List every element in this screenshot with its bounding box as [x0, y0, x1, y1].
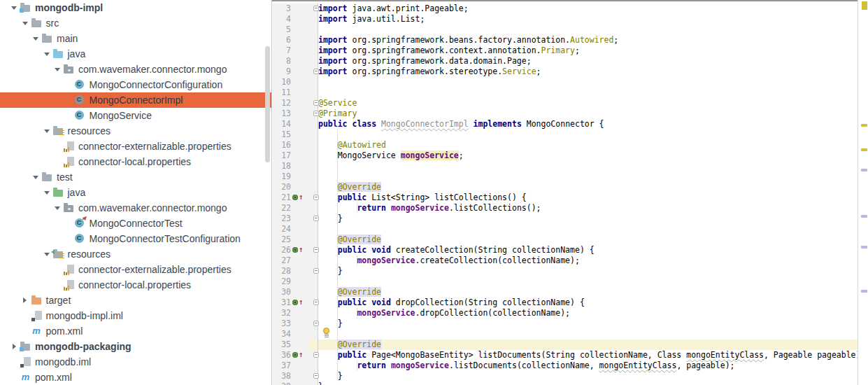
- tree-item-mongodb-impl[interactable]: mongodb-impl: [0, 0, 271, 15]
- fold-end-icon[interactable]: [313, 69, 319, 74]
- tree-item-mongoconnectortest[interactable]: CMongoConnectorTest: [0, 216, 271, 231]
- code-line-12[interactable]: 12@Service: [273, 98, 858, 108]
- gutter[interactable]: 36: [273, 350, 318, 360]
- implementing-method-icon[interactable]: [292, 351, 304, 359]
- error-stripe[interactable]: [858, 0, 868, 385]
- gutter[interactable]: 14: [273, 119, 318, 130]
- chevron-expanded-icon[interactable]: [8, 6, 20, 10]
- gutter[interactable]: 10: [273, 77, 318, 88]
- code-line-19[interactable]: 19: [273, 172, 858, 182]
- tree-item-mongoconnectortestconfiguration[interactable]: CMongoConnectorTestConfiguration: [0, 231, 271, 246]
- stripe-status-indicator[interactable]: [862, 1, 867, 10]
- chevron-expanded-icon[interactable]: [52, 206, 63, 210]
- gutter[interactable]: 18: [273, 161, 318, 172]
- tree-item-resources[interactable]: resources: [0, 123, 271, 139]
- tree-item-java[interactable]: java: [0, 185, 271, 200]
- gutter[interactable]: 19: [273, 172, 318, 182]
- code-text[interactable]: [318, 224, 858, 234]
- code-line-25[interactable]: 25 @Override: [273, 234, 858, 245]
- tree-item-test[interactable]: test: [0, 169, 271, 185]
- code-line-17[interactable]: 17 MongoService mongoService;: [273, 150, 858, 161]
- tree-item-src[interactable]: src: [0, 15, 271, 31]
- code-text[interactable]: @Service: [318, 98, 858, 108]
- code-line-5[interactable]: 5: [273, 24, 858, 35]
- tree-item-pom-xml[interactable]: mpom.xml: [0, 323, 271, 339]
- code-text[interactable]: public class MongoConnectorImpl implemen…: [318, 119, 858, 130]
- code-text[interactable]: public Page<MongoBaseEntity> listDocumen…: [318, 350, 858, 360]
- code-line-16[interactable]: 16 @Autowired: [273, 140, 858, 150]
- code-text[interactable]: [318, 276, 858, 287]
- gutter[interactable]: 28: [273, 266, 318, 276]
- stripe-mark-usage[interactable]: [861, 290, 867, 293]
- tree-item-mongodb-impl-iml[interactable]: mongodb-impl.iml: [0, 308, 271, 323]
- tree-item-java[interactable]: java: [0, 46, 271, 62]
- stripe-mark-warning[interactable]: [861, 148, 867, 151]
- code-text[interactable]: [318, 88, 858, 98]
- chevron-expanded-icon[interactable]: [41, 52, 52, 56]
- code-line-15[interactable]: 15: [273, 130, 858, 140]
- code-text[interactable]: [318, 24, 858, 35]
- code-line-24[interactable]: 24: [273, 224, 858, 234]
- code-text[interactable]: }: [318, 266, 858, 276]
- gutter[interactable]: 23: [273, 214, 318, 224]
- code-text[interactable]: import java.util.List;: [318, 14, 858, 24]
- stripe-mark-warning[interactable]: [861, 124, 867, 127]
- code-line-32[interactable]: 32 mongoService.dropCollection(collectio…: [273, 308, 858, 318]
- code-line-23[interactable]: 23 }: [273, 214, 858, 224]
- gutter[interactable]: 32: [273, 308, 318, 318]
- gutter[interactable]: 22: [273, 203, 318, 214]
- gutter[interactable]: 30: [273, 287, 318, 298]
- code-line-27[interactable]: 27 mongoService.createCollection(collect…: [273, 255, 858, 266]
- gutter[interactable]: 24: [273, 224, 318, 234]
- code-line-4[interactable]: 4import java.util.List;: [273, 14, 858, 24]
- code-text[interactable]: }: [318, 214, 858, 224]
- code-line-3[interactable]: 3import java.awt.print.Pageable;: [273, 4, 858, 14]
- code-text[interactable]: mongoService.dropCollection(collectionNa…: [318, 308, 858, 318]
- code-line-10[interactable]: 10: [273, 77, 858, 88]
- gutter[interactable]: 17: [273, 150, 318, 161]
- gutter[interactable]: 26: [273, 245, 318, 255]
- code-line-38[interactable]: 38 }: [273, 371, 858, 382]
- gutter[interactable]: 35: [273, 340, 318, 350]
- code-line-36[interactable]: 36 public Page<MongoBaseEntity> listDocu…: [273, 350, 858, 360]
- tree-item-mongoconnectorimpl[interactable]: CMongoConnectorImpl: [0, 92, 271, 108]
- code-text[interactable]: [318, 161, 858, 172]
- gutter[interactable]: 8: [273, 56, 318, 66]
- code-text[interactable]: @Override: [318, 182, 858, 192]
- chevron-expanded-icon[interactable]: [52, 68, 63, 71]
- fold-start-icon[interactable]: [313, 6, 319, 11]
- gutter[interactable]: 34: [273, 329, 318, 340]
- code-line-20[interactable]: 20 @Override: [273, 182, 858, 192]
- code-text[interactable]: }: [318, 382, 858, 385]
- stripe-mark-usage[interactable]: [861, 169, 867, 172]
- chevron-expanded-icon[interactable]: [30, 37, 41, 41]
- editor-pane[interactable]: 3import java.awt.print.Pageable;4import …: [273, 1, 858, 385]
- tree-item-target[interactable]: target: [0, 293, 271, 308]
- gutter[interactable]: 21: [273, 192, 318, 203]
- tree-item-pom-xml[interactable]: mpom.xml: [0, 370, 271, 385]
- gutter[interactable]: 27: [273, 255, 318, 266]
- implementing-method-icon[interactable]: [292, 193, 304, 202]
- code-line-31[interactable]: 31 public void dropCollection(String col…: [273, 298, 858, 308]
- tree-item-mongoservice[interactable]: CMongoService: [0, 108, 271, 123]
- code-line-22[interactable]: 22 return mongoService.listCollections()…: [273, 203, 858, 214]
- code-line-21[interactable]: 21 public List<String> listCollections()…: [273, 192, 858, 203]
- gutter[interactable]: 20: [273, 182, 318, 192]
- tree-item-mongodb-packaging[interactable]: mongodb-packaging: [0, 339, 271, 354]
- tree-item-connector-externalizable-properties[interactable]: connector-externalizable.properties: [0, 139, 271, 154]
- code-line-7[interactable]: 7import org.springframework.context.anno…: [273, 46, 858, 56]
- gutter[interactable]: 38: [273, 371, 318, 382]
- code-line-6[interactable]: 6import org.springframework.beans.factor…: [273, 35, 858, 46]
- gutter[interactable]: 5: [273, 24, 318, 35]
- code-line-29[interactable]: 29: [273, 276, 858, 287]
- code-line-11[interactable]: 11: [273, 88, 858, 98]
- code-text[interactable]: @Override: [318, 234, 858, 245]
- gutter[interactable]: 6: [273, 35, 318, 46]
- fold-start-icon[interactable]: [313, 352, 319, 358]
- code-text[interactable]: mongoService.createCollection(collection…: [318, 255, 858, 266]
- code-line-9[interactable]: 9import org.springframework.stereotype.S…: [273, 66, 858, 77]
- code-text[interactable]: public List<String> listCollections() {: [318, 192, 858, 203]
- fold-start-icon[interactable]: [313, 195, 319, 200]
- tree-scrollbar-thumb[interactable]: [265, 46, 270, 162]
- chevron-expanded-icon[interactable]: [20, 22, 31, 25]
